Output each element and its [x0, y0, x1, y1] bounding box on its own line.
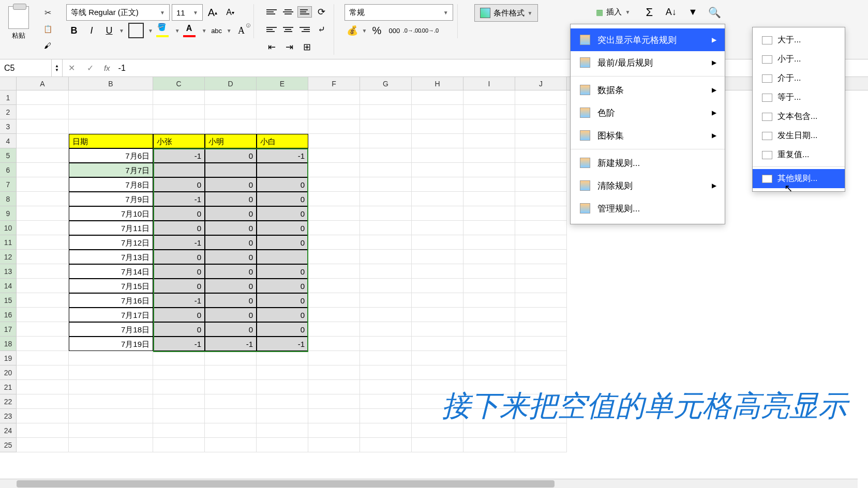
submenu-item[interactable]: 重复值... [753, 145, 845, 164]
cell[interactable] [205, 380, 257, 394]
column-header[interactable]: I [463, 77, 515, 90]
cell[interactable] [17, 394, 69, 409]
cell[interactable] [308, 438, 360, 452]
cell[interactable]: 0 [205, 250, 257, 264]
cell[interactable] [463, 192, 515, 206]
cell[interactable] [257, 423, 308, 438]
cell[interactable] [412, 206, 463, 221]
cell[interactable] [17, 221, 69, 235]
scrollbar-thumb[interactable] [17, 480, 555, 487]
cell[interactable]: -1 [257, 337, 308, 351]
cell[interactable] [515, 206, 567, 221]
cell[interactable] [412, 221, 463, 235]
menu-item[interactable]: 图标集▶ [571, 124, 725, 147]
cell[interactable] [463, 119, 515, 134]
insert-button[interactable]: ▦ 插入 ▼ [591, 4, 635, 20]
cell[interactable]: 0 [257, 177, 308, 192]
cell[interactable]: 0 [153, 177, 205, 192]
cell[interactable] [360, 293, 412, 308]
cell[interactable]: 7月10日 [69, 206, 153, 221]
cell[interactable]: 7月17日 [69, 308, 153, 322]
cell[interactable] [205, 409, 257, 423]
font-color-button[interactable] [182, 23, 200, 38]
cell[interactable] [412, 264, 463, 279]
cell[interactable] [205, 119, 257, 134]
cell[interactable] [463, 177, 515, 192]
chevron-down-icon[interactable]: ▼ [362, 28, 367, 34]
cell[interactable] [17, 279, 69, 293]
column-header[interactable]: F [308, 77, 360, 90]
align-center-icon[interactable] [281, 24, 295, 35]
row-header[interactable]: 5 [0, 148, 17, 163]
cell-reference[interactable]: C5 [0, 59, 52, 77]
cell[interactable] [205, 394, 257, 409]
cell[interactable] [515, 235, 567, 250]
cell[interactable] [17, 264, 69, 279]
cell[interactable] [360, 148, 412, 163]
cell[interactable] [515, 192, 567, 206]
row-header[interactable]: 20 [0, 365, 17, 380]
copy-icon[interactable] [41, 23, 54, 35]
cell[interactable] [515, 148, 567, 163]
cell[interactable]: 小明 [205, 134, 257, 148]
cell[interactable] [308, 279, 360, 293]
cell[interactable]: 0 [205, 293, 257, 308]
cell[interactable] [308, 235, 360, 250]
cell[interactable] [412, 235, 463, 250]
menu-item[interactable]: 最前/最后规则▶ [571, 51, 725, 74]
row-header[interactable]: 3 [0, 119, 17, 134]
cell[interactable] [360, 279, 412, 293]
cell[interactable] [360, 221, 412, 235]
submenu-item[interactable]: 其他规则... [753, 169, 845, 188]
cell[interactable] [412, 438, 463, 452]
currency-icon[interactable]: 💰 [345, 23, 360, 38]
cell[interactable]: 0 [153, 322, 205, 337]
cell[interactable] [463, 90, 515, 105]
row-header[interactable]: 7 [0, 177, 17, 192]
cell[interactable] [463, 235, 515, 250]
cell[interactable] [17, 365, 69, 380]
font-name-select[interactable]: 等线 Regular (正文) ▼ [66, 4, 170, 21]
cell[interactable]: 0 [257, 235, 308, 250]
cell[interactable] [463, 308, 515, 322]
cell[interactable] [308, 308, 360, 322]
cell[interactable]: 0 [257, 192, 308, 206]
cell[interactable]: -1 [153, 337, 205, 351]
cell[interactable] [463, 293, 515, 308]
cell[interactable]: 7月12日 [69, 235, 153, 250]
cell[interactable] [17, 438, 69, 452]
row-header[interactable]: 23 [0, 409, 17, 423]
chevron-down-icon[interactable]: ▼ [119, 28, 124, 34]
menu-item[interactable]: 色阶▶ [571, 101, 725, 124]
cell[interactable] [360, 235, 412, 250]
orientation-icon[interactable]: ⟳ [314, 4, 330, 20]
menu-item[interactable]: 管理规则... [571, 197, 725, 220]
cell[interactable] [515, 105, 567, 119]
cell[interactable] [17, 250, 69, 264]
cell[interactable] [360, 438, 412, 452]
submenu-item[interactable]: 大于... [753, 30, 845, 50]
cell[interactable] [515, 351, 567, 365]
cell[interactable] [515, 438, 567, 452]
percent-icon[interactable]: % [369, 23, 384, 38]
format-painter-icon[interactable] [41, 39, 54, 52]
cell[interactable] [515, 293, 567, 308]
cell[interactable]: 0 [205, 264, 257, 279]
cell[interactable] [17, 409, 69, 423]
menu-item[interactable]: 数据条▶ [571, 79, 725, 101]
cell[interactable]: 7月14日 [69, 264, 153, 279]
decrease-indent-icon[interactable]: ⇤ [264, 39, 280, 55]
cell[interactable] [412, 105, 463, 119]
cell[interactable] [515, 134, 567, 148]
cell[interactable] [17, 163, 69, 177]
cell[interactable] [360, 119, 412, 134]
cell[interactable] [412, 337, 463, 351]
cell[interactable] [17, 119, 69, 134]
cell[interactable] [308, 337, 360, 351]
cell[interactable] [308, 365, 360, 380]
cell[interactable] [17, 337, 69, 351]
cell[interactable] [515, 322, 567, 337]
cell[interactable]: 7月7日 [69, 163, 153, 177]
cell[interactable]: 0 [205, 192, 257, 206]
column-header[interactable]: C [153, 77, 205, 90]
